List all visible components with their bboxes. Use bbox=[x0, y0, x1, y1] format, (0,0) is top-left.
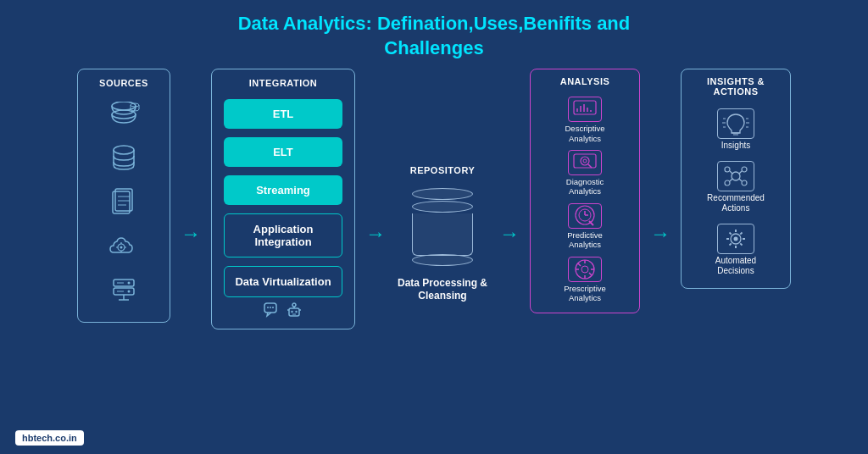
prescriptive-analytics: PrescriptiveAnalytics bbox=[564, 257, 606, 303]
sources-column: SOURCES bbox=[77, 69, 170, 399]
cylinder-icon bbox=[412, 187, 473, 267]
insights-text: Insights bbox=[721, 141, 750, 151]
svg-point-24 bbox=[267, 307, 269, 308]
svg-rect-41 bbox=[574, 154, 596, 168]
insights-column: INSIGHTS &ACTIONS bbox=[681, 69, 791, 399]
recommended-actions-item: RecommendedActions bbox=[707, 161, 765, 213]
documents-icon bbox=[111, 188, 136, 220]
svg-point-3 bbox=[114, 146, 134, 154]
insights-box: INSIGHTS &ACTIONS bbox=[681, 69, 791, 289]
svg-point-42 bbox=[581, 157, 589, 165]
svg-point-0 bbox=[112, 102, 136, 110]
predictive-icon bbox=[568, 203, 602, 229]
arrow-3: → bbox=[496, 69, 523, 399]
insights-item: Insights bbox=[717, 108, 754, 151]
page-title: Data Analytics: Defination,Uses,Benifits… bbox=[0, 0, 868, 69]
svg-point-76 bbox=[734, 237, 738, 241]
arrow-1: → bbox=[177, 69, 204, 399]
svg-point-51 bbox=[581, 266, 588, 273]
integration-label: INTEGRATION bbox=[249, 78, 317, 88]
svg-point-26 bbox=[272, 307, 274, 308]
recommended-actions-text: RecommendedActions bbox=[707, 193, 765, 213]
prescriptive-label: PrescriptiveAnalytics bbox=[564, 284, 606, 303]
svg-line-82 bbox=[740, 243, 742, 245]
svg-rect-29 bbox=[289, 308, 299, 316]
svg-point-10 bbox=[120, 246, 123, 249]
arrow-4: → bbox=[647, 69, 674, 399]
svg-point-18 bbox=[128, 291, 131, 293]
svg-point-30 bbox=[291, 311, 292, 313]
svg-point-66 bbox=[732, 172, 740, 180]
analysis-box: ANALYSIS DescriptiveAnalytics bbox=[530, 69, 640, 313]
cloud-gear-icon bbox=[108, 234, 139, 263]
descriptive-label: DescriptiveAnalytics bbox=[565, 124, 605, 143]
repository-text: Data Processing & Cleansing bbox=[396, 277, 489, 303]
integration-column: INTEGRATION ETL ELT Streaming Applicatio… bbox=[211, 69, 355, 399]
elt-button[interactable]: ELT bbox=[224, 137, 342, 167]
integration-bottom-icons bbox=[263, 302, 303, 320]
chat-bot-icon bbox=[263, 302, 281, 320]
app-integration-button[interactable]: Application Integration bbox=[224, 213, 342, 257]
automated-decisions-icon bbox=[717, 224, 754, 254]
svg-line-71 bbox=[730, 171, 732, 174]
repository-label: REPOSITORY bbox=[410, 165, 476, 175]
etl-button[interactable]: ETL bbox=[224, 99, 342, 129]
prescriptive-icon bbox=[568, 257, 602, 282]
data-virtualization-button[interactable]: Data Virtualization bbox=[224, 266, 342, 297]
svg-point-67 bbox=[725, 167, 730, 172]
db-stack-icon bbox=[108, 102, 140, 130]
descriptive-analytics: DescriptiveAnalytics bbox=[565, 97, 605, 143]
analysis-column: ANALYSIS DescriptiveAnalytics bbox=[530, 69, 640, 399]
diagnostic-label: DiagnosticAnalytics bbox=[566, 177, 604, 197]
svg-line-72 bbox=[739, 171, 742, 174]
watermark: hbtech.co.in bbox=[15, 430, 84, 446]
predictive-analytics: PredictiveAnalytics bbox=[567, 203, 603, 250]
sources-label: SOURCES bbox=[99, 78, 148, 88]
insights-label: INSIGHTS &ACTIONS bbox=[707, 76, 765, 97]
single-db-icon bbox=[110, 144, 137, 174]
arrow-2: → bbox=[362, 69, 389, 399]
server-icon bbox=[110, 276, 137, 307]
sources-box: SOURCES bbox=[77, 69, 170, 323]
svg-line-74 bbox=[739, 179, 742, 181]
integration-box: INTEGRATION ETL ELT Streaming Applicatio… bbox=[211, 69, 355, 329]
diagnostic-icon bbox=[568, 150, 602, 175]
svg-line-56 bbox=[578, 263, 581, 266]
diagnostic-analytics: DiagnosticAnalytics bbox=[566, 150, 604, 197]
insights-icon bbox=[717, 108, 754, 139]
streaming-button[interactable]: Streaming bbox=[224, 175, 342, 205]
svg-line-57 bbox=[589, 273, 592, 275]
svg-line-83 bbox=[740, 233, 742, 235]
analysis-label: ANALYSIS bbox=[560, 76, 610, 86]
svg-line-84 bbox=[730, 243, 732, 245]
svg-point-44 bbox=[583, 159, 587, 163]
automated-decisions-text: AutomatedDecisions bbox=[715, 256, 756, 276]
svg-point-31 bbox=[295, 311, 297, 313]
robot-icon bbox=[285, 302, 303, 320]
svg-point-27 bbox=[292, 303, 296, 307]
diagram-container: SOURCES bbox=[0, 69, 868, 399]
svg-line-73 bbox=[730, 179, 732, 181]
repository-column: REPOSITORY Data Processing & Cleansing bbox=[396, 69, 489, 399]
descriptive-icon bbox=[568, 97, 602, 122]
recommended-actions-icon bbox=[717, 161, 754, 191]
svg-rect-35 bbox=[574, 101, 596, 114]
svg-point-25 bbox=[270, 307, 271, 308]
predictive-label: PredictiveAnalytics bbox=[567, 230, 603, 250]
svg-point-17 bbox=[128, 282, 131, 285]
automated-decisions-item: AutomatedDecisions bbox=[715, 224, 756, 276]
svg-point-70 bbox=[742, 180, 747, 185]
svg-point-69 bbox=[725, 180, 730, 185]
svg-point-68 bbox=[742, 167, 747, 172]
svg-line-81 bbox=[730, 233, 732, 235]
svg-line-43 bbox=[588, 164, 592, 168]
